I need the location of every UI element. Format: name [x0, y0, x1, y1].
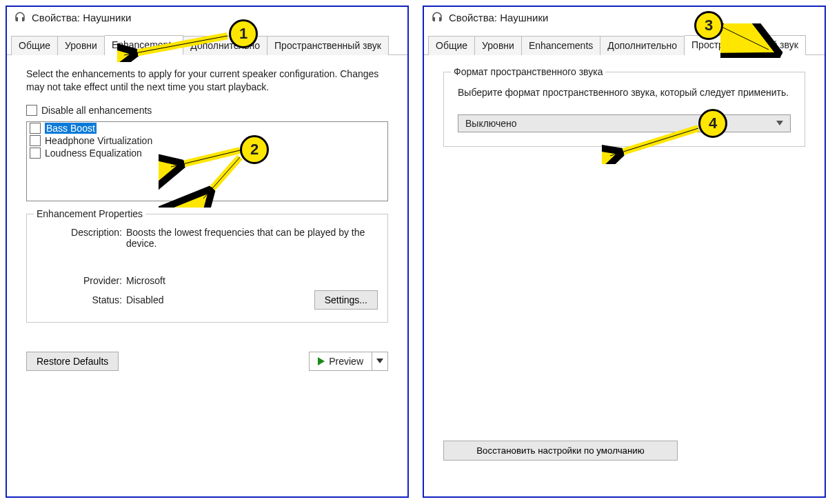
- tab-spatial[interactable]: Пространственный звук: [267, 36, 389, 55]
- titlebar: Свойства: Наушники: [424, 7, 825, 25]
- list-item[interactable]: Bass Boost: [27, 122, 387, 134]
- annotation-marker-3: 3: [694, 11, 723, 40]
- window-title: Свойства: Наушники: [449, 12, 548, 23]
- annotation-arrow-1: [117, 28, 234, 62]
- window-spatial-sound: Свойства: Наушники Общие Уровни Enhancem…: [423, 6, 826, 498]
- instructions-text: Select the enhancements to apply for you…: [26, 68, 385, 94]
- checkbox[interactable]: [30, 123, 41, 134]
- annotation-marker-4: 4: [698, 109, 727, 138]
- restore-defaults-button[interactable]: Восстановить настройки по умолчанию: [443, 441, 678, 461]
- group-instructions: Выберите формат пространственного звука,…: [458, 86, 791, 99]
- tab-general[interactable]: Общие: [428, 36, 475, 55]
- svg-line-7: [723, 28, 769, 50]
- chevron-down-icon: [776, 121, 783, 125]
- settings-button[interactable]: Settings...: [314, 290, 378, 310]
- headphones-icon: [14, 11, 26, 23]
- window-enhancements: Свойства: Наушники Общие Уровни Enhancem…: [6, 6, 409, 498]
- disable-all-label: Disable all enhancements: [41, 105, 152, 116]
- play-icon: [318, 357, 325, 365]
- enhancement-properties-group: Enhancement Properties Description: Boos…: [26, 214, 388, 323]
- chevron-down-icon: [376, 359, 383, 363]
- preview-split-button[interactable]: Preview: [309, 352, 388, 371]
- svg-line-5: [203, 157, 240, 199]
- svg-line-9: [610, 128, 698, 156]
- tab-levels[interactable]: Уровни: [475, 36, 522, 55]
- provider-label: Provider:: [37, 275, 126, 286]
- annotation-marker-1: 1: [229, 19, 258, 48]
- disable-all-checkbox[interactable]: [26, 105, 37, 116]
- list-item-label: Loudness Equalization: [45, 148, 142, 159]
- list-item-label: Bass Boost: [45, 123, 97, 134]
- headphones-icon: [431, 11, 443, 23]
- restore-defaults-button[interactable]: Restore Defaults: [26, 352, 119, 371]
- annotation-marker-2: 2: [240, 135, 269, 164]
- status-label: Status:: [37, 294, 126, 305]
- preview-dropdown[interactable]: [372, 352, 387, 370]
- preview-label: Preview: [329, 356, 363, 367]
- titlebar: Свойства: Наушники: [7, 7, 407, 25]
- checkbox[interactable]: [30, 135, 41, 146]
- tab-levels[interactable]: Уровни: [58, 36, 105, 55]
- status-value: Disabled: [126, 294, 163, 305]
- window-title: Свойства: Наушники: [32, 12, 131, 23]
- preview-button[interactable]: Preview: [310, 352, 372, 370]
- combo-value: Выключено: [465, 118, 517, 129]
- description-label: Description:: [37, 227, 126, 249]
- annotation-arrow-2a: [159, 142, 248, 208]
- tab-panel-enhancements: Select the enhancements to apply for you…: [7, 55, 407, 496]
- svg-line-1: [124, 36, 228, 55]
- list-item-label: Headphone Virtualization: [45, 135, 152, 146]
- description-value: Boosts the lowest frequencies that can b…: [126, 227, 378, 249]
- tab-panel-spatial: Формат пространственного звука Выберите …: [424, 55, 825, 496]
- annotation-arrow-4: [602, 123, 705, 164]
- tab-enhancements[interactable]: Enhancements: [522, 36, 600, 55]
- tab-general[interactable]: Общие: [11, 36, 58, 55]
- tab-advanced[interactable]: Дополнительно: [600, 36, 685, 55]
- provider-value: Microsoft: [126, 275, 378, 286]
- disable-all-row[interactable]: Disable all enhancements: [26, 105, 388, 116]
- group-title: Enhancement Properties: [34, 208, 145, 219]
- checkbox[interactable]: [30, 148, 41, 159]
- annotation-arrow-3: [720, 23, 789, 58]
- group-title: Формат пространственного звука: [451, 66, 605, 77]
